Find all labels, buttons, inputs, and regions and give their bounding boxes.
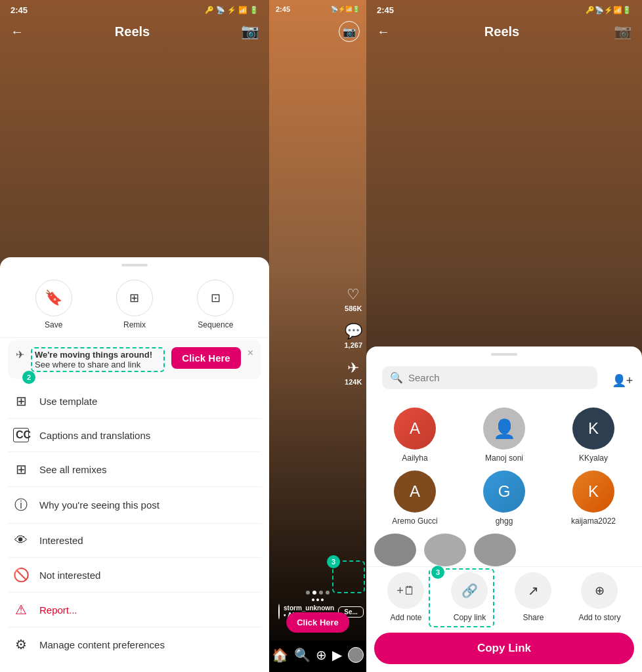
remix-action[interactable]: ⊞ Remix bbox=[116, 280, 153, 329]
contact-aremo[interactable]: A Aremo Gucci bbox=[374, 471, 456, 526]
share-badge-3: 3 bbox=[431, 566, 444, 579]
add-note-label: Add note bbox=[390, 613, 421, 622]
copy-link-main-button[interactable]: Copy Link bbox=[374, 633, 634, 664]
left-header-title: Reels bbox=[115, 24, 150, 39]
middle-camera-icon[interactable]: 📷 bbox=[339, 21, 360, 42]
like-count: 586K bbox=[345, 304, 362, 312]
contact-partial-3 bbox=[474, 534, 516, 566]
badge-3: 3 bbox=[327, 555, 340, 568]
sequence-action[interactable]: ⊡ Sequence bbox=[197, 280, 234, 329]
comment-button[interactable]: 💬 1,267 bbox=[344, 323, 362, 349]
dot-2 bbox=[312, 591, 316, 595]
captions-icon: CC bbox=[13, 428, 29, 442]
save-action[interactable]: 🔖 Save bbox=[35, 280, 72, 329]
contact-name-kaijama: kaijama2022 bbox=[571, 516, 616, 526]
notif-line1: We're moving things around! bbox=[35, 350, 152, 360]
contacts-grid: A Aailyha 👤 Manoj soni K KKyalay A Aremo… bbox=[366, 402, 642, 534]
notification-banner: ✈ We're moving things around! See where … bbox=[8, 341, 261, 379]
notification-icon: ✈ bbox=[16, 348, 24, 361]
notification-click-here-button[interactable]: Click Here bbox=[171, 347, 240, 369]
contact-partial-2 bbox=[424, 534, 466, 566]
not-interested-item[interactable]: 🚫 Not interested bbox=[0, 558, 269, 592]
left-camera-icon[interactable]: 📷 bbox=[241, 23, 259, 40]
why-seeing-label: Why you're seeing this post bbox=[39, 499, 160, 511]
report-item[interactable]: ⚠ Report... bbox=[0, 593, 269, 627]
save-icon: 🔖 bbox=[35, 280, 72, 316]
nav-profile-icon[interactable] bbox=[348, 647, 364, 663]
search-icon: 🔍 bbox=[390, 371, 403, 384]
share-action[interactable]: ↗ Share bbox=[515, 572, 551, 622]
contact-partial-1 bbox=[374, 534, 416, 566]
report-label: Report... bbox=[39, 604, 77, 616]
add-user-button[interactable]: 👤+ bbox=[610, 369, 634, 392]
share-sheet: 🔍 👤+ A Aailyha 👤 Manoj soni K KKyalay A … bbox=[366, 346, 642, 672]
share-count: 124K bbox=[345, 378, 362, 386]
manage-content-icon: ⚙ bbox=[13, 637, 29, 652]
not-interested-label: Not interested bbox=[39, 570, 100, 581]
notification-close-button[interactable]: × bbox=[247, 347, 253, 359]
right-back-button[interactable]: ← bbox=[377, 24, 390, 39]
contact-kkyalay[interactable]: K KKyalay bbox=[553, 408, 634, 463]
contact-name-aailyha: Aailyha bbox=[402, 453, 427, 463]
use-template-item[interactable]: ⊞ Use template bbox=[0, 384, 269, 418]
contact-avatar-ghgg: G bbox=[483, 471, 525, 513]
left-time: 2:45 bbox=[11, 5, 28, 15]
add-note-icon: +🗒 bbox=[387, 572, 424, 609]
add-to-story-action[interactable]: ⊕ Add to story bbox=[578, 572, 620, 622]
right-header: ← Reels 📷 bbox=[366, 18, 642, 45]
contact-manoj[interactable]: 👤 Manoj soni bbox=[463, 408, 545, 463]
nav-create-icon[interactable]: ⊕ bbox=[316, 647, 327, 663]
right-camera-icon[interactable]: 📷 bbox=[614, 23, 631, 40]
left-panel: 2:45 🔑 📡 ⚡ 📶 🔋 ← Reels 📷 🔖 Save ⊞ Remix bbox=[0, 0, 269, 672]
interested-icon: 👁 bbox=[13, 533, 29, 548]
share-button[interactable]: ✈ 124K bbox=[345, 360, 362, 386]
like-button[interactable]: ♡ 586K bbox=[345, 286, 362, 312]
manage-content-label: Manage content preferences bbox=[39, 639, 165, 650]
remixes-label: See all remixes bbox=[39, 464, 107, 475]
user-avatar-small bbox=[278, 604, 280, 620]
right-time: 2:45 bbox=[377, 5, 394, 15]
not-interested-icon: 🚫 bbox=[13, 567, 29, 583]
middle-header: 📷 bbox=[269, 16, 366, 47]
left-status-bar: 2:45 🔑 📡 ⚡ 📶 🔋 bbox=[0, 0, 269, 18]
search-input[interactable] bbox=[408, 372, 589, 383]
interested-item[interactable]: 👁 Interested bbox=[0, 524, 269, 557]
middle-status-icons: 📡⚡📶🔋 bbox=[331, 6, 360, 12]
contact-avatar-kkyalay: K bbox=[572, 408, 614, 450]
add-note-action[interactable]: +🗒 Add note bbox=[387, 572, 424, 622]
use-template-icon: ⊞ bbox=[13, 393, 29, 409]
nav-search-icon[interactable]: 🔍 bbox=[294, 647, 310, 663]
middle-click-here-button[interactable]: Click Here bbox=[286, 612, 349, 633]
captions-translations-item[interactable]: CC Captions and translations bbox=[0, 419, 269, 452]
manage-content-item[interactable]: ⚙ Manage content preferences bbox=[0, 627, 269, 662]
nav-reels-icon[interactable]: ▶ bbox=[332, 647, 342, 663]
nav-home-icon[interactable]: 🏠 bbox=[272, 647, 288, 663]
remix-icon: ⊞ bbox=[116, 280, 153, 316]
share-search-bar[interactable]: 🔍 bbox=[382, 366, 597, 389]
remixes-icon: ⊞ bbox=[13, 461, 29, 477]
contact-kaijama[interactable]: K kaijama2022 bbox=[553, 471, 634, 526]
save-label: Save bbox=[45, 320, 62, 329]
contact-ghgg[interactable]: G ghgg bbox=[463, 471, 545, 526]
share-sheet-handle bbox=[491, 353, 517, 356]
share-icon: ✈ bbox=[347, 360, 359, 377]
contact-avatar-manoj: 👤 bbox=[483, 408, 525, 450]
copy-link-icon: 🔗 bbox=[451, 572, 488, 609]
add-to-story-icon: ⊕ bbox=[581, 572, 618, 609]
dot-1 bbox=[306, 591, 310, 595]
see-all-remixes-item[interactable]: ⊞ See all remixes bbox=[0, 452, 269, 486]
contact-avatar-aailyha: A bbox=[394, 408, 436, 450]
share-actions-row: +🗒 Add note 🔗 Copy link ↗ Share ⊕ Add to… bbox=[366, 566, 642, 630]
contact-name-aremo: Aremo Gucci bbox=[392, 516, 437, 526]
copy-link-action[interactable]: 🔗 Copy link bbox=[451, 572, 488, 622]
heart-icon: ♡ bbox=[347, 286, 360, 303]
right-panel: 2:45 🔑📡⚡📶🔋 ← Reels 📷 🔍 👤+ A Aailyha bbox=[366, 0, 642, 672]
sequence-icon: ⊡ bbox=[197, 280, 234, 316]
why-seeing-item[interactable]: ⓘ Why you're seeing this post bbox=[0, 487, 269, 523]
sheet-drag-handle bbox=[121, 264, 148, 266]
more-options-dots[interactable] bbox=[274, 598, 361, 601]
dot-3 bbox=[319, 591, 323, 595]
contact-name-manoj: Manoj soni bbox=[485, 453, 523, 463]
contact-aailyha[interactable]: A Aailyha bbox=[374, 408, 456, 463]
left-back-button[interactable]: ← bbox=[11, 24, 24, 39]
